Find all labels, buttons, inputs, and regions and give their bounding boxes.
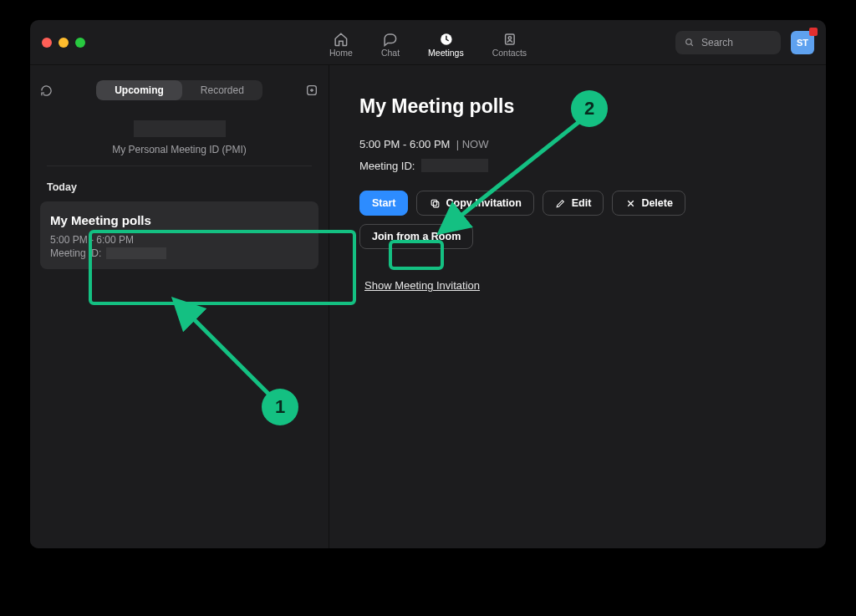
app-window: Home Chat Meetings Contacts [30,20,826,548]
window-controls [30,38,85,48]
copy-invitation-label: Copy Invitation [446,197,521,209]
new-meeting-button[interactable] [302,84,318,97]
meeting-card-title: My Meeting polls [50,213,308,227]
delete-label: Delete [641,197,673,209]
x-icon [624,197,636,209]
nav-contacts[interactable]: Contacts [492,28,527,58]
meeting-time-row: 5:00 PM - 6:00 PM | NOW [359,138,796,150]
main-panel: My Meeting polls 5:00 PM - 6:00 PM | NOW… [329,65,826,548]
pencil-icon [555,197,567,209]
today-label: Today [40,166,318,201]
show-invitation-link[interactable]: Show Meeting Invitation [364,279,480,292]
titlebar-right: Search ST [675,31,814,54]
top-nav: Home Chat Meetings Contacts [329,20,527,65]
svg-rect-6 [431,200,437,206]
avatar[interactable]: ST [791,31,814,54]
avatar-initials: ST [797,38,808,48]
meeting-title: My Meeting polls [359,95,796,118]
window-minimize[interactable] [59,38,69,48]
meeting-card-id-redacted [106,247,166,259]
nav-home[interactable]: Home [329,28,353,58]
now-label: NOW [462,138,489,150]
start-button[interactable]: Start [359,191,408,216]
tab-upcoming[interactable]: Upcoming [96,80,182,100]
edit-label: Edit [572,197,592,209]
meeting-id-label: Meeting ID: [359,160,415,172]
refresh-button[interactable] [40,84,57,97]
plus-icon [305,84,318,97]
chat-icon [383,32,398,47]
copy-icon [429,197,441,209]
action-row-2: Join from a Room [359,224,796,249]
meeting-id-row: Meeting ID: [359,159,796,172]
meeting-card-id-row: Meeting ID: [50,247,308,259]
nav-chat[interactable]: Chat [381,28,400,58]
clock-icon [438,32,453,47]
nav-meetings[interactable]: Meetings [428,28,464,58]
body: Upcoming Recorded My Personal Meeting ID… [30,65,826,548]
svg-point-3 [686,39,692,45]
avatar-notification-badge [809,28,818,36]
start-button-label: Start [372,197,395,209]
sidebar-segment: Upcoming Recorded [96,80,262,100]
edit-button[interactable]: Edit [543,191,604,216]
refresh-icon [40,84,53,97]
svg-point-2 [508,36,511,38]
join-room-label: Join from a Room [372,231,461,242]
search-icon [684,37,695,48]
search-input[interactable]: Search [675,31,781,54]
svg-rect-5 [433,201,439,207]
meeting-time: 5:00 PM - 6:00 PM [359,138,450,150]
window-maximize[interactable] [75,38,85,48]
nav-contacts-label: Contacts [492,48,527,58]
home-icon [334,32,349,47]
action-row-1: Start Copy Invitation Edit [359,191,796,216]
copy-invitation-button[interactable]: Copy Invitation [416,191,533,216]
pmi-block[interactable]: My Personal Meeting ID (PMI) [47,100,312,166]
nav-home-label: Home [329,48,353,58]
meeting-id-redacted [421,159,488,172]
meeting-card-id-label: Meeting ID: [50,247,101,259]
pmi-label: My Personal Meeting ID (PMI) [47,144,312,155]
time-separator: | [456,138,459,150]
meeting-card-time: 5:00 PM - 6:00 PM [50,234,308,246]
nav-meetings-label: Meetings [428,48,464,58]
search-placeholder: Search [701,37,733,48]
window-close[interactable] [42,38,52,48]
pmi-id-redacted [134,120,226,137]
tab-recorded[interactable]: Recorded [182,80,262,100]
join-from-room-button[interactable]: Join from a Room [359,224,473,249]
meeting-card[interactable]: My Meeting polls 5:00 PM - 6:00 PM Meeti… [40,201,318,269]
sidebar: Upcoming Recorded My Personal Meeting ID… [30,65,329,548]
sidebar-toolbar: Upcoming Recorded [40,80,318,100]
titlebar: Home Chat Meetings Contacts [30,20,826,65]
delete-button[interactable]: Delete [612,191,685,216]
nav-chat-label: Chat [381,48,400,58]
contacts-icon [502,32,517,47]
